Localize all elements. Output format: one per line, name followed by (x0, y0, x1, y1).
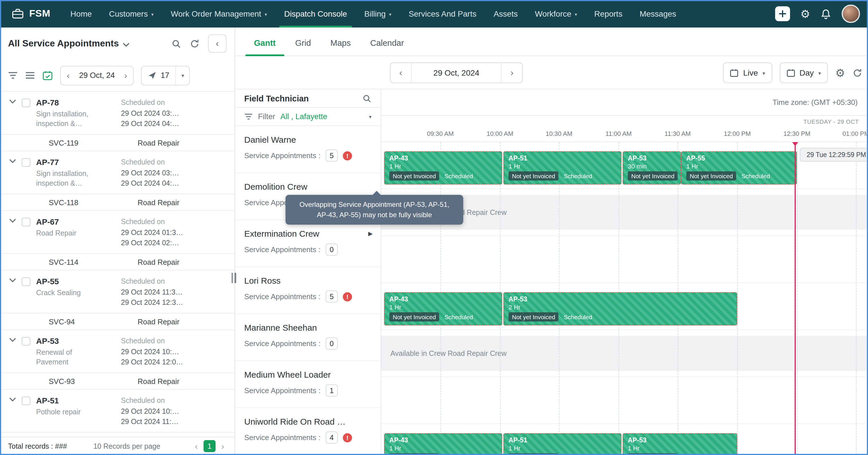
records-per-page[interactable]: 10 Records per page (93, 442, 160, 450)
technician-row-uniworld-ride-on-road[interactable]: Uniworld Ride On Road …Service Appointme… (235, 408, 381, 455)
filter-funnel-icon (244, 113, 253, 120)
appointment-row[interactable]: AP-51Pothole repairScheduled on29 Oct 20… (0, 390, 235, 433)
bar-duration: 1 Hr (389, 445, 497, 452)
gantt-bar-ap-43[interactable]: AP-431 HrNot yet InvoicedScheduled (384, 151, 502, 185)
tab-maps[interactable]: Maps (322, 38, 360, 56)
tab-gantt[interactable]: Gantt (245, 38, 284, 56)
appointment-row[interactable]: AP-78Sign installation, inspection &…Sch… (0, 92, 235, 135)
panel-resize-handle[interactable] (231, 273, 236, 283)
chevron-down-icon[interactable] (9, 99, 17, 134)
nav-item-dispatch-console[interactable]: Dispatch Console (276, 0, 355, 28)
gantt-bar-ap-51[interactable]: AP-511 HrNot yet InvoicedScheduled (503, 433, 621, 455)
nav-item-assets[interactable]: Assets (485, 0, 526, 28)
technician-row-medium-wheel-loader[interactable]: Medium Wheel LoaderService Appointments … (235, 361, 381, 408)
appointment-row[interactable]: AP-67Road RepairScheduled on29 Oct 2024 … (0, 211, 235, 254)
appointment-checkbox[interactable] (22, 158, 30, 167)
technician-row-extermination-crew[interactable]: Extermination Crew▶Service Appointments … (235, 220, 381, 267)
user-avatar[interactable] (842, 5, 860, 23)
appointment-count[interactable]: 4 (326, 431, 338, 444)
technician-name: Lori Ross (244, 275, 362, 285)
notifications-bell-icon[interactable] (820, 8, 831, 19)
settings-gear-icon[interactable]: ⚙ (800, 8, 810, 19)
current-page-button[interactable]: 1 (204, 440, 216, 452)
service-row[interactable]: SVC-93Road Repair (0, 373, 235, 390)
appointment-count[interactable]: 1 (326, 385, 338, 396)
technician-row-lori-ross[interactable]: Lori RossService Appointments :5! (235, 267, 381, 314)
live-mode-dropdown[interactable]: Live ▾ (723, 62, 772, 83)
list-view-icon[interactable] (25, 71, 35, 80)
add-new-button[interactable] (775, 6, 790, 21)
calendar-check-icon[interactable] (42, 70, 53, 80)
appointment-checkbox[interactable] (22, 396, 30, 405)
refresh-icon[interactable] (190, 39, 199, 48)
appointment-id: AP-67 (36, 217, 121, 226)
gantt-bar-ap-55[interactable]: AP-551 HrNot yet InvoicedScheduled (681, 151, 797, 185)
search-icon[interactable] (172, 39, 181, 48)
service-row[interactable]: SVC-114Road Repair (0, 254, 235, 270)
day-view-dropdown[interactable]: Day ▾ (779, 62, 828, 83)
chevron-down-icon[interactable] (9, 337, 17, 372)
chevron-down-icon[interactable] (9, 278, 17, 313)
collapse-panel-button[interactable]: ‹ (208, 34, 226, 53)
appointment-checkbox[interactable] (22, 218, 30, 226)
chevron-down-icon[interactable] (9, 159, 17, 194)
gantt-current-date[interactable]: 29 Oct, 2024 (411, 63, 502, 83)
fsm-logo-icon (11, 7, 24, 20)
chevron-down-icon[interactable] (123, 42, 130, 47)
next-day-button[interactable]: › (118, 70, 133, 80)
technician-row-marianne-sheehan[interactable]: Marianne SheehanService Appointments :0 (235, 314, 381, 361)
technician-filter[interactable]: Filter All , Lafayette ▾ (235, 108, 381, 126)
service-row[interactable]: SVC-94Road Repair (0, 314, 235, 330)
appointment-row[interactable]: AP-55Crack SealingScheduled on29 Oct 202… (0, 270, 235, 314)
appointment-count[interactable]: 0 (326, 243, 338, 256)
chevron-down-icon[interactable] (9, 397, 17, 432)
service-row[interactable]: SVC-118Road Repair (0, 194, 235, 211)
nav-item-reports[interactable]: Reports (586, 0, 631, 28)
appointment-row[interactable]: AP-77Sign installation, inspection &…Sch… (0, 151, 235, 194)
gantt-bar-ap-53[interactable]: AP-531 HrNot yet InvoicedScheduled (623, 433, 737, 455)
technician-name: Marianne Sheehan (244, 323, 362, 332)
prev-day-button[interactable]: ‹ (61, 70, 76, 80)
appointment-count[interactable]: 5 (326, 291, 338, 302)
gantt-bar-ap-43[interactable]: AP-431 HrNot yet InvoicedScheduled (384, 292, 502, 325)
tab-grid[interactable]: Grid (287, 38, 320, 56)
gantt-bar-ap-43[interactable]: AP-431 HrNot yet InvoicedScheduled (384, 433, 502, 455)
appointments-view-title[interactable]: All Service Appointments (8, 38, 119, 49)
nav-item-billing[interactable]: Billing▾ (356, 0, 400, 28)
next-page-button[interactable]: › (221, 441, 224, 451)
appointment-row[interactable]: AP-53Renewal of PavementScheduled on29 O… (0, 330, 235, 373)
nav-item-services-and-parts[interactable]: Services And Parts (400, 0, 485, 28)
bar-appointment-id: AP-55 (686, 155, 792, 162)
appointment-checkbox[interactable] (22, 99, 30, 107)
current-date-label[interactable]: 29 Oct, 24 (76, 71, 118, 80)
nav-item-workforce[interactable]: Workforce▾ (526, 0, 586, 28)
search-icon[interactable] (362, 94, 372, 103)
gantt-settings-icon[interactable]: ⚙ (835, 67, 845, 78)
appointment-checkbox[interactable] (22, 278, 30, 286)
gantt-bar-ap-53[interactable]: AP-5330 minNot yet Invoiced (623, 151, 681, 185)
next-date-button[interactable]: › (502, 63, 522, 83)
brand[interactable]: FSM (11, 7, 51, 20)
gantt-refresh-icon[interactable] (852, 68, 862, 78)
gantt-bar-ap-51[interactable]: AP-511 HrNot yet InvoicedScheduled (503, 151, 621, 185)
appointment-description: Sign installation, inspection &… (36, 109, 104, 129)
prev-date-button[interactable]: ‹ (391, 63, 411, 83)
filter-funnel-icon[interactable] (8, 71, 18, 80)
expand-arrow-icon[interactable]: ▶ (368, 230, 373, 237)
chevron-down-icon[interactable]: ▾ (176, 66, 189, 85)
tab-calendar[interactable]: Calendar (362, 38, 412, 56)
nav-item-customers[interactable]: Customers▾ (100, 0, 162, 28)
appointment-checkbox[interactable] (22, 337, 30, 346)
appointment-count[interactable]: 0 (326, 337, 338, 350)
service-row[interactable]: SVC-119Road Repair (0, 135, 235, 151)
gantt-bar-ap-53[interactable]: AP-532 HrNot yet InvoicedScheduled (503, 292, 737, 325)
nav-item-work-order-management[interactable]: Work Order Management▾ (162, 0, 276, 28)
overlap-alert-icon: ! (343, 433, 352, 442)
nav-item-home[interactable]: Home (62, 0, 101, 28)
time-tick-label: 11:00 AM (606, 130, 631, 137)
appointment-count[interactable]: 5 (326, 150, 338, 162)
technician-row-daniel-warne[interactable]: Daniel WarneService Appointments :5! (235, 126, 381, 173)
chevron-down-icon[interactable] (9, 218, 17, 253)
nav-item-messages[interactable]: Messages (631, 0, 685, 28)
prev-page-button[interactable]: ‹ (195, 441, 198, 451)
